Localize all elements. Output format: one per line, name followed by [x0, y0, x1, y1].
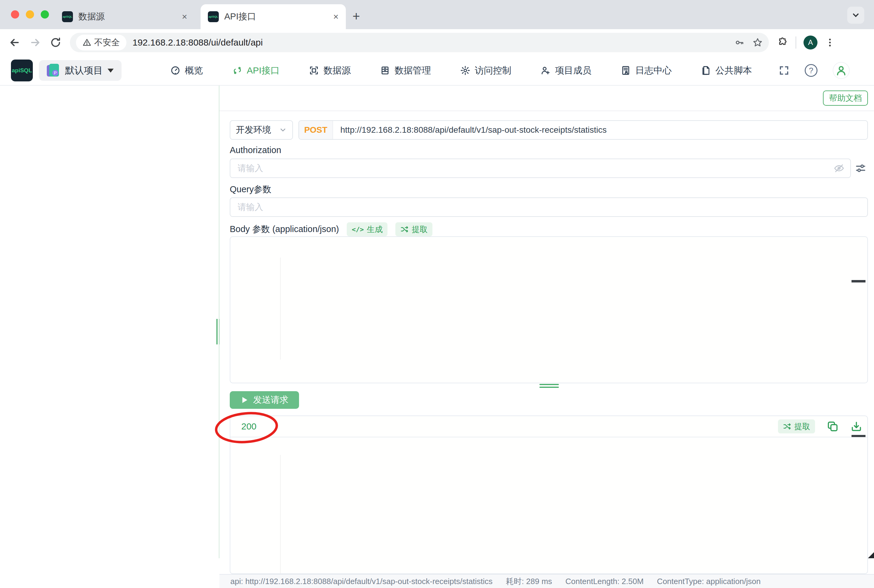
security-chip[interactable]: 不安全	[76, 34, 126, 50]
authorization-field	[230, 159, 851, 178]
apisql-favicon: apiSQL	[62, 11, 73, 22]
main-panel: 帮助文档 开发环境 POST http://192.168.2.18:8088/…	[219, 86, 874, 588]
browser-tab-api[interactable]: apiSQL API接口 ×	[201, 4, 346, 29]
project-name: 默认项目	[65, 64, 103, 77]
browser-tab-datasource[interactable]: apiSQL 数据源 ×	[55, 4, 194, 29]
copy-icon[interactable]	[827, 420, 839, 432]
nav-item-label: 概览	[185, 64, 203, 77]
extensions-icon[interactable]	[777, 37, 788, 48]
project-icon: P	[47, 64, 60, 77]
back-button[interactable]	[9, 36, 21, 49]
close-window-button[interactable]	[11, 10, 19, 18]
tab-title: 数据源	[78, 10, 176, 23]
gear-icon	[460, 65, 470, 76]
api-link-icon	[232, 65, 243, 76]
tab-search-button[interactable]	[847, 7, 864, 24]
warning-icon	[83, 38, 91, 47]
maximize-window-button[interactable]	[41, 10, 49, 18]
app-navbar: apiSQL P 默认项目 概览API接口数据源数据管理访问控制项目成员日志中心…	[0, 56, 874, 86]
tabs-separator	[219, 111, 874, 111]
person-icon	[835, 65, 847, 76]
generate-button[interactable]: </>生成	[347, 222, 387, 236]
play-icon	[240, 396, 248, 404]
nav-item-label: 日志中心	[635, 64, 671, 77]
security-label: 不安全	[94, 37, 120, 48]
nav-item-3[interactable]: 数据管理	[380, 64, 431, 77]
nav-item-label: 项目成员	[555, 64, 592, 77]
extract-button[interactable]: 提取	[395, 222, 432, 236]
help-icon[interactable]: ?	[805, 64, 817, 77]
download-icon[interactable]	[850, 420, 862, 432]
query-params-label: Query参数	[230, 183, 271, 196]
reload-button[interactable]	[50, 37, 62, 48]
close-tab-icon[interactable]: ×	[182, 12, 187, 22]
nav-item-label: API接口	[247, 64, 279, 77]
nav-item-label: 公共脚本	[715, 64, 752, 77]
shuffle-icon	[400, 225, 409, 234]
nav-item-label: 数据源	[323, 64, 351, 77]
environment-value: 开发环境	[236, 124, 271, 136]
status-content-length: ContentLength: 2.50M	[566, 577, 644, 586]
script-icon	[701, 65, 711, 76]
password-key-icon[interactable]	[734, 38, 745, 48]
api-tree-sidebar	[0, 86, 219, 558]
browser-tab-strip: apiSQL 数据源 × apiSQL API接口 × +	[0, 0, 874, 29]
project-selector[interactable]: P 默认项目	[39, 60, 122, 81]
close-tab-icon[interactable]: ×	[333, 12, 339, 22]
chevron-down-icon	[108, 69, 114, 73]
send-request-button[interactable]: 发送请求	[230, 391, 299, 409]
query-params-input[interactable]	[230, 202, 867, 212]
indent-guide	[280, 455, 281, 573]
editor-resize-handle[interactable]	[539, 384, 559, 388]
url-text[interactable]: 192.168.2.18:8088/ui/default/api	[132, 38, 728, 48]
authorization-label: Authorization	[230, 145, 281, 155]
response-status-bar: api: http://192.168.2.18:8088/api/defaul…	[219, 574, 874, 588]
apisql-favicon: apiSQL	[208, 11, 219, 22]
chevron-down-icon	[851, 10, 860, 20]
status-time: 耗时: 289 ms	[506, 576, 552, 587]
nav-item-label: 数据管理	[395, 64, 431, 77]
browser-toolbar: 不安全 192.168.2.18:8088/ui/default/api A	[0, 29, 874, 56]
environment-select[interactable]: 开发环境	[230, 120, 293, 140]
url-bar[interactable]: 不安全 192.168.2.18:8088/ui/default/api	[70, 33, 769, 52]
nav-item-1[interactable]: API接口	[232, 64, 279, 77]
status-api-url: api: http://192.168.2.18:8088/api/defaul…	[230, 577, 493, 586]
user-avatar[interactable]	[833, 62, 850, 79]
result-panel: 200 提取	[230, 416, 868, 574]
help-doc-button[interactable]: 帮助文档	[823, 90, 868, 106]
scroll-marker	[851, 435, 865, 437]
nav-item-6[interactable]: 日志中心	[620, 64, 671, 77]
minimize-window-button[interactable]	[26, 10, 34, 18]
nav-item-2[interactable]: 数据源	[309, 64, 351, 77]
response-editor[interactable]	[230, 438, 867, 573]
eye-off-icon[interactable]	[834, 163, 850, 173]
status-content-type: ContentType: application/json	[657, 577, 761, 586]
gauge-icon	[170, 65, 180, 76]
nav-item-7[interactable]: 公共脚本	[701, 64, 752, 77]
toolbar-separator	[796, 36, 796, 49]
browser-profile-avatar[interactable]: A	[803, 36, 817, 50]
authorization-input[interactable]	[230, 164, 834, 173]
data-manage-icon	[380, 65, 390, 76]
fullscreen-icon[interactable]	[779, 65, 790, 76]
auth-settings-button[interactable]	[854, 162, 867, 174]
body-editor[interactable]	[230, 236, 868, 383]
sliders-icon	[854, 162, 867, 174]
request-url-box[interactable]: POST http://192.168.2.18:8088/api/defaul…	[299, 120, 868, 140]
new-tab-button[interactable]: +	[353, 9, 360, 24]
datasource-icon	[309, 65, 319, 76]
log-center-icon	[620, 65, 631, 76]
bookmark-star-icon[interactable]	[752, 38, 763, 48]
browser-menu-icon[interactable]	[825, 38, 835, 48]
nav-item-4[interactable]: 访问控制	[460, 64, 511, 77]
chevron-down-icon	[279, 126, 287, 134]
request-url[interactable]: http://192.168.2.18:8088/api/default/v1/…	[333, 125, 607, 135]
nav-item-5[interactable]: 项目成员	[540, 64, 592, 77]
apisql-logo: apiSQL	[11, 60, 33, 81]
query-params-field	[230, 197, 868, 217]
resize-corner	[868, 552, 874, 558]
nav-item-0[interactable]: 概览	[170, 64, 203, 77]
indent-guide	[280, 258, 281, 360]
result-extract-button[interactable]: 提取	[778, 419, 815, 434]
forward-button[interactable]	[29, 36, 41, 49]
